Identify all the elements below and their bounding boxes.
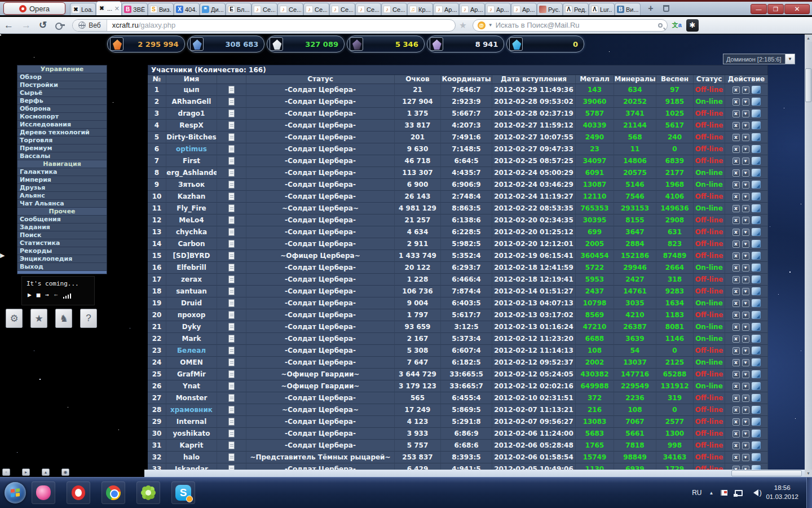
close-tab-icon[interactable]: ✕ [114, 5, 120, 12]
write-message-icon[interactable] [752, 204, 761, 212]
write-message-icon[interactable] [752, 453, 761, 461]
write-message-icon[interactable] [752, 418, 761, 426]
action-center-flag-icon[interactable] [721, 490, 727, 496]
search-engine-dropdown-icon[interactable]: ▼ [488, 23, 493, 28]
profile-note-icon[interactable] [228, 86, 235, 94]
profile-note-icon[interactable] [228, 394, 235, 402]
sidebar-item-обзор[interactable]: Обзор [17, 73, 107, 81]
write-message-icon[interactable] [752, 216, 761, 224]
profile-note-icon[interactable] [228, 453, 235, 461]
member-name[interactable]: [SD]BYRD [166, 250, 217, 262]
member-name[interactable]: Dyky [166, 321, 217, 333]
kick-member-button[interactable]: x [732, 110, 740, 117]
demote-member-button[interactable]: ▾ [742, 240, 749, 248]
kick-member-button[interactable]: x [732, 300, 740, 307]
sidebar-item-рекорды[interactable]: Рекорды [17, 247, 107, 255]
resource-pod-energy[interactable]: 0 [506, 36, 584, 52]
sidebar-item-постройки[interactable]: Постройки [17, 81, 107, 89]
sidebar-item-верфь[interactable]: Верфь [17, 97, 107, 105]
kick-member-button[interactable]: x [732, 98, 740, 106]
write-message-icon[interactable] [752, 370, 761, 378]
reload-icon[interactable]: ↺ [39, 19, 47, 31]
write-message-icon[interactable] [752, 275, 761, 283]
profile-note-icon[interactable] [228, 252, 235, 260]
kick-member-button[interactable]: x [732, 217, 740, 224]
kick-member-button[interactable]: x [732, 122, 740, 129]
member-coordinates[interactable]: 2:748:4 [441, 191, 492, 203]
address-bar[interactable]: Веб xcraft.ru/galaxy.php [72, 19, 456, 32]
profile-note-icon[interactable] [228, 110, 235, 117]
member-name[interactable]: Белеал [166, 345, 217, 357]
write-message-icon[interactable] [752, 323, 761, 331]
demote-member-button[interactable]: ▾ [742, 110, 749, 117]
member-coordinates[interactable]: 6:455:4 [441, 392, 492, 404]
member-coordinates[interactable]: 8:863:5 [441, 203, 492, 214]
write-message-icon[interactable] [752, 358, 761, 366]
profile-note-icon[interactable] [228, 335, 235, 343]
player-play-icon[interactable]: ▶ [28, 291, 32, 299]
kick-member-button[interactable]: x [732, 181, 740, 189]
kick-member-button[interactable]: x [732, 442, 740, 449]
member-coordinates[interactable]: 8:393:5 [441, 452, 492, 463]
opera-menu-button[interactable]: Opera [3, 2, 65, 15]
browser-tab[interactable]: Λ Lur... [589, 3, 615, 15]
camera-icon[interactable]: ◉ [61, 468, 69, 476]
horizontal-scrollbar-thumb[interactable] [731, 470, 802, 476]
sidebar-item-альянс[interactable]: Альянс [17, 192, 107, 200]
kick-member-button[interactable]: x [732, 288, 740, 295]
forward-icon[interactable]: → [21, 20, 31, 31]
profile-note-icon[interactable] [228, 145, 235, 153]
write-message-icon[interactable] [752, 299, 761, 307]
kick-member-button[interactable]: x [732, 240, 740, 248]
member-coordinates[interactable]: 5:869:5 [441, 404, 492, 416]
profile-note-icon[interactable] [228, 370, 235, 378]
kick-member-button[interactable]: x [732, 454, 740, 461]
browser-tab[interactable]: B ЗВЁ... [122, 3, 148, 15]
profile-note-icon[interactable] [228, 287, 235, 295]
member-name[interactable]: Ynat [166, 380, 217, 392]
member-name[interactable]: Druid [166, 297, 217, 309]
browser-tab[interactable]: Рус... [537, 3, 563, 15]
back-icon[interactable]: ← [4, 20, 14, 31]
share-icon[interactable]: ▴ [42, 468, 50, 476]
demote-member-button[interactable]: ▾ [742, 276, 749, 283]
member-name[interactable]: Kaprit [166, 440, 217, 452]
member-coordinates[interactable]: 5:617:7 [441, 309, 492, 321]
resource-pod-population[interactable]: 5 346 [347, 36, 425, 52]
member-name[interactable]: храмовник [166, 404, 217, 416]
demote-member-button[interactable]: ▾ [742, 205, 749, 212]
profile-note-icon[interactable] [228, 121, 235, 129]
kick-member-button[interactable]: x [732, 134, 740, 141]
browser-tab[interactable]: В Ви... [615, 3, 641, 15]
demote-member-button[interactable]: ▾ [742, 181, 749, 189]
taskbar-app-opera[interactable] [67, 481, 90, 504]
show-desktop-button[interactable] [806, 478, 812, 508]
dominion-dropdown-icon[interactable]: ▼ [785, 54, 795, 64]
kick-member-button[interactable]: x [732, 169, 740, 177]
browser-tab[interactable]: ♪ Се... [381, 3, 407, 15]
kick-member-button[interactable]: x [732, 276, 740, 283]
search-input[interactable]: @ ▼ Искать в Поиск@Mail.Ru [473, 19, 668, 32]
member-name[interactable]: drago1 [166, 108, 217, 120]
start-button[interactable] [5, 482, 26, 503]
sidebar-item-статистика[interactable]: Статистика [17, 239, 107, 247]
url-security-badge[interactable]: Веб [73, 20, 107, 31]
profile-note-icon[interactable] [228, 275, 235, 283]
sidebar-item-сырьё[interactable]: Сырьё [17, 89, 107, 97]
kick-member-button[interactable]: x [732, 371, 740, 378]
write-message-icon[interactable] [752, 252, 761, 260]
bookmark-star-icon[interactable]: ★ [459, 20, 466, 30]
member-coordinates[interactable]: 5:352:4 [441, 250, 492, 262]
demote-member-button[interactable]: ▾ [742, 418, 749, 426]
member-name[interactable]: GrafMir [166, 369, 217, 380]
sidebar-item-торговля[interactable]: Торговля [17, 137, 107, 144]
resource-pod-metal[interactable]: 2 295 994 [107, 36, 185, 52]
kick-member-button[interactable]: x [732, 359, 740, 366]
kick-member-button[interactable]: x [732, 323, 740, 331]
profile-note-icon[interactable] [228, 311, 235, 319]
horizontal-scrollbar[interactable] [144, 470, 805, 477]
browser-tab[interactable]: ♪ Се... [329, 3, 355, 15]
member-name[interactable]: Fly_Fire [166, 203, 217, 214]
write-message-icon[interactable] [752, 169, 761, 177]
sidebar-item-задания[interactable]: Задания [17, 224, 107, 231]
